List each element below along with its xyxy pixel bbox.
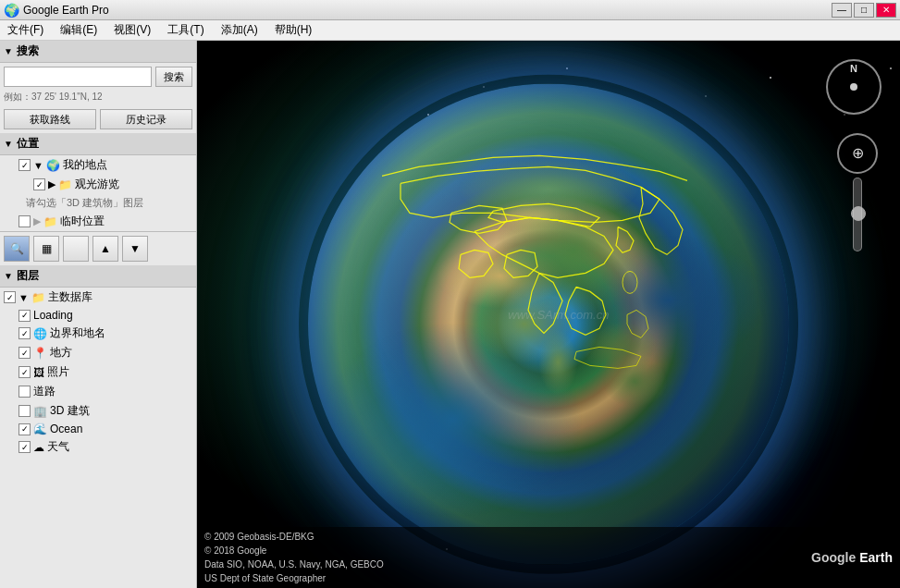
search-hint: 例如：37 25' 19.1"N, 12 bbox=[0, 91, 196, 107]
tour-expand-icon[interactable]: ▶ bbox=[48, 178, 55, 190]
temp-location-checkbox[interactable] bbox=[18, 215, 31, 227]
sub-hint: 请勾选「3D 建筑物」图层 bbox=[0, 194, 196, 212]
zoom-thumb[interactable] bbox=[851, 206, 866, 221]
menu-add[interactable]: 添加(A) bbox=[217, 20, 262, 40]
blank-nav-btn[interactable] bbox=[63, 236, 89, 262]
places-label: 地方 bbox=[50, 345, 72, 361]
map-area[interactable]: 🌍 📍 📏 ⬡ ⊙ 🌐 ☀ 🔭 📐 ✉ 🖨 💾 🗺 登录 bbox=[197, 41, 900, 588]
places-icon: 📍 bbox=[33, 347, 47, 360]
credit-line-2: © 2018 Google bbox=[204, 544, 384, 557]
app-icon: 🌍 bbox=[4, 3, 19, 18]
location-section-label: 位置 bbox=[17, 136, 39, 152]
places-item[interactable]: 📍 地方 bbox=[0, 343, 196, 362]
credit-line-3: Data SIO, NOAA, U.S. Navy, NGA, GEBCO bbox=[204, 557, 384, 571]
compass-ring: N bbox=[826, 59, 882, 115]
loading-item[interactable]: Loading bbox=[0, 307, 196, 324]
compass-n-label: N bbox=[850, 63, 857, 74]
photos-item[interactable]: 🖼 照片 bbox=[0, 362, 196, 382]
search-arrow-icon: ▼ bbox=[4, 46, 13, 56]
tour-item[interactable]: ▶ 📁 观光游览 bbox=[0, 175, 196, 194]
close-btn[interactable]: ✕ bbox=[876, 3, 896, 18]
credit-line-1: © 2009 Geobasis-DE/BKG bbox=[204, 530, 384, 544]
menu-view[interactable]: 视图(V) bbox=[110, 20, 154, 40]
zoom-slider[interactable] bbox=[853, 178, 862, 251]
primary-db-checkbox[interactable] bbox=[4, 291, 16, 303]
credit-line-4: US Dept of State Geographer bbox=[204, 571, 384, 585]
tour-checkbox[interactable] bbox=[33, 178, 45, 190]
places-checkbox[interactable] bbox=[18, 347, 31, 359]
minimize-btn[interactable]: — bbox=[832, 3, 852, 18]
buildings-checkbox[interactable] bbox=[18, 405, 31, 417]
menubar: 文件(F) 编辑(E) 视图(V) 工具(T) 添加(A) 帮助(H) bbox=[0, 20, 900, 41]
my-places-label: 我的地点 bbox=[63, 157, 107, 173]
my-places-expand-icon[interactable]: ▼ bbox=[33, 160, 43, 171]
menu-help[interactable]: 帮助(H) bbox=[271, 20, 316, 40]
loading-checkbox[interactable] bbox=[18, 310, 31, 322]
compass[interactable]: N bbox=[826, 59, 882, 115]
temp-location-item[interactable]: ▶ 📁 临时位置 bbox=[0, 212, 196, 231]
menu-edit[interactable]: 编辑(E) bbox=[56, 20, 101, 40]
weather-label: 天气 bbox=[47, 439, 69, 455]
weather-icon: ☁ bbox=[33, 441, 44, 454]
buildings-item[interactable]: 🏢 3D 建筑 bbox=[0, 401, 196, 421]
roads-item[interactable]: 道路 bbox=[0, 382, 196, 401]
layers-scroll-wrapper: ▼ 📁 主数据库 Loading 🌐 边界和地名 bbox=[0, 288, 196, 588]
folder-icon: 📁 bbox=[58, 178, 72, 191]
layers-section-label: 图层 bbox=[17, 268, 39, 284]
ocean-checkbox[interactable] bbox=[18, 423, 31, 435]
earth-globe[interactable] bbox=[308, 83, 789, 564]
window-controls: — □ ✕ bbox=[832, 3, 896, 18]
weather-checkbox[interactable] bbox=[18, 441, 31, 453]
zoom-ring[interactable]: ⊕ bbox=[837, 133, 878, 174]
buildings-icon: 🏢 bbox=[33, 405, 47, 418]
ocean-item[interactable]: 🌊 Ocean bbox=[0, 421, 196, 437]
up-nav-btn[interactable]: ▲ bbox=[92, 236, 118, 262]
search-input[interactable] bbox=[4, 67, 152, 87]
maximize-btn[interactable]: □ bbox=[854, 3, 874, 18]
titlebar: 🌍 Google Earth Pro — □ ✕ bbox=[0, 0, 900, 20]
google-earth-logo: Google Earth bbox=[811, 550, 893, 565]
layers-arrow-icon: ▼ bbox=[4, 271, 13, 281]
loading-label: Loading bbox=[33, 309, 73, 322]
temp-folder-icon: 📁 bbox=[43, 215, 57, 228]
search-nav-btn[interactable]: 🔍 bbox=[4, 236, 30, 262]
search-section-header[interactable]: ▼ 搜索 bbox=[0, 41, 196, 63]
layers-scroll-content[interactable]: ▼ 📁 主数据库 Loading 🌐 边界和地名 bbox=[0, 288, 196, 588]
compass-dot bbox=[850, 83, 857, 91]
app-title: Google Earth Pro bbox=[23, 4, 832, 17]
primary-db-item[interactable]: ▼ 📁 主数据库 bbox=[0, 288, 196, 307]
svg-point-3 bbox=[705, 95, 707, 97]
location-section: ▼ 位置 ▼ 🌍 我的地点 ▶ 📁 观光游览 请勾选「3D 建筑 bbox=[0, 133, 196, 232]
down-nav-btn[interactable]: ▼ bbox=[122, 236, 148, 262]
buildings-label: 3D 建筑 bbox=[50, 403, 90, 419]
layers-section-header[interactable]: ▼ 图层 bbox=[0, 265, 196, 288]
borders-icon: 🌐 bbox=[33, 327, 47, 340]
menu-tools[interactable]: 工具(T) bbox=[164, 20, 207, 40]
search-row: 搜索 bbox=[0, 63, 196, 91]
menu-file[interactable]: 文件(F) bbox=[4, 20, 47, 40]
location-section-header[interactable]: ▼ 位置 bbox=[0, 133, 196, 155]
search-button[interactable]: 搜索 bbox=[155, 67, 192, 87]
svg-point-1 bbox=[483, 86, 485, 88]
weather-item[interactable]: ☁ 天气 bbox=[0, 437, 196, 457]
left-panel: ▼ 搜索 搜索 例如：37 25' 19.1"N, 12 获取路线 历史记录 ▼… bbox=[0, 41, 197, 588]
tour-label: 观光游览 bbox=[75, 177, 119, 192]
borders-checkbox[interactable] bbox=[18, 327, 31, 339]
credits-text: © 2009 Geobasis-DE/BKG © 2018 Google Dat… bbox=[204, 530, 384, 585]
photos-label: 照片 bbox=[47, 364, 69, 380]
main-layout: ▼ 搜索 搜索 例如：37 25' 19.1"N, 12 获取路线 历史记录 ▼… bbox=[0, 41, 900, 588]
temp-expand-icon: ▶ bbox=[33, 215, 41, 227]
get-route-btn[interactable]: 获取路线 bbox=[4, 109, 96, 129]
country-borders bbox=[308, 83, 789, 564]
primary-db-label: 主数据库 bbox=[48, 289, 92, 305]
primary-db-expand-icon[interactable]: ▼ bbox=[18, 292, 29, 303]
primary-db-folder-icon: 📁 bbox=[31, 291, 45, 304]
grid-nav-btn[interactable]: ▦ bbox=[33, 236, 59, 262]
my-places-item[interactable]: ▼ 🌍 我的地点 bbox=[0, 155, 196, 175]
photos-checkbox[interactable] bbox=[18, 366, 31, 378]
borders-item[interactable]: 🌐 边界和地名 bbox=[0, 324, 196, 343]
my-places-checkbox[interactable] bbox=[18, 159, 31, 171]
roads-checkbox[interactable] bbox=[18, 386, 31, 398]
bottom-credits-bar: © 2009 Geobasis-DE/BKG © 2018 Google Dat… bbox=[197, 527, 900, 588]
history-btn[interactable]: 历史记录 bbox=[100, 109, 192, 129]
